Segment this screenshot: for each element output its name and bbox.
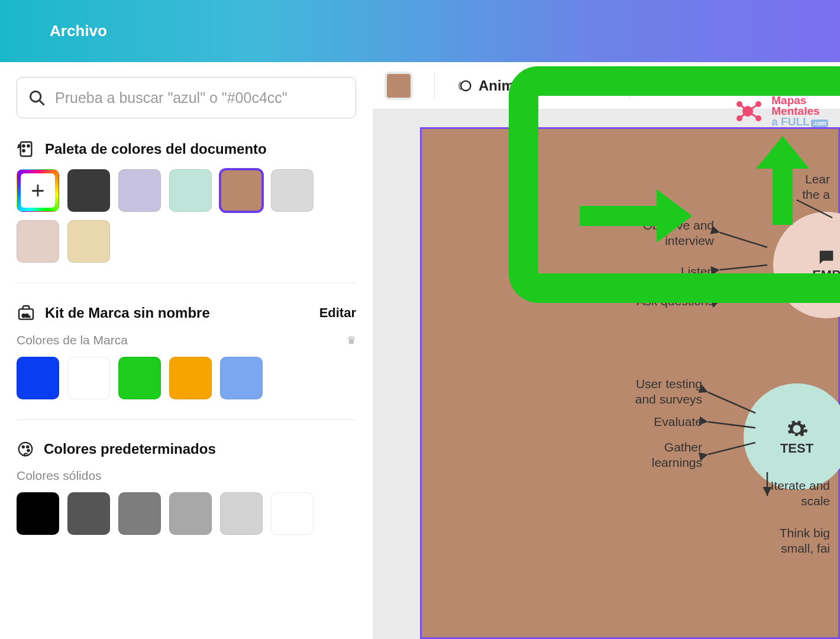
svg-line-28 [720,283,767,301]
connector-lines [702,200,785,330]
svg-point-0 [30,91,41,102]
animate-label: Animar [479,78,528,94]
top-bar: Archivo [0,0,840,62]
svg-line-31 [708,443,755,454]
canvas-area: Animar Posición Mapas Mentales a FULL.co… [373,62,840,639]
color-panel: Paleta de colores del documento + co. Ki… [0,62,373,639]
animate-button[interactable]: Animar [456,78,528,94]
separator [629,73,630,99]
svg-line-30 [708,422,755,428]
brand-kit-icon: co. [17,304,35,322]
svg-text:co.: co. [22,312,30,318]
add-color-button[interactable]: + [17,169,59,212]
edit-brand-button[interactable]: Editar [319,305,356,321]
position-button[interactable]: Posición [549,78,608,94]
svg-line-1 [40,101,44,105]
svg-point-3 [22,145,24,147]
watermark-logo-icon [736,99,767,123]
search-icon [28,89,46,106]
brand-colors-label: Colores de la Marca [17,333,128,347]
chat-icon [816,247,836,267]
svg-rect-14 [658,89,661,92]
section-title: Kit de Marca sin nombre [45,305,210,321]
node-label: EMP [812,267,840,283]
watermark-text: Mapas Mentales a FULL.com [771,95,828,127]
color-swatch[interactable] [169,169,212,212]
search-input[interactable] [55,89,345,106]
divider [17,283,356,283]
default-colors-section: Colores predeterminados Colores sólidos [17,440,356,535]
svg-point-4 [27,145,29,147]
position-label: Posición [549,78,608,94]
menu-file[interactable]: Archivo [50,22,107,40]
separator [434,73,435,99]
svg-point-12 [461,80,470,90]
brand-swatches [17,357,356,399]
color-swatch[interactable] [67,169,110,212]
svg-point-10 [27,446,28,448]
color-swatch[interactable] [118,169,161,212]
mindmap-leaf[interactable]: Think bigsmall, fai [780,525,830,557]
svg-line-33 [797,200,832,218]
paint-roller-icon[interactable] [651,77,669,95]
fill-color-button[interactable] [385,72,413,100]
mindmap-leaf[interactable]: Iterate andscale [771,478,830,509]
color-swatch[interactable] [67,220,110,263]
svg-line-29 [708,392,755,413]
design-element-selected[interactable]: EMP TEST Learthe a Observe andinterview … [420,127,840,639]
color-swatch[interactable] [220,492,263,535]
search-box[interactable] [17,77,356,118]
unlock-icon[interactable] [690,77,708,95]
palette-icon [17,140,35,159]
solid-colors-label: Colores sólidos [17,469,102,483]
color-swatch[interactable] [220,169,263,212]
svg-point-5 [22,150,24,151]
color-swatch[interactable] [118,492,161,535]
divider [17,419,356,420]
section-title: Paleta de colores del documento [45,141,267,157]
color-swatch[interactable] [169,492,212,535]
color-swatch[interactable] [271,492,314,535]
premium-crown-icon: ♛ [347,334,356,347]
color-swatch[interactable] [67,357,110,399]
color-swatch[interactable] [271,169,314,212]
color-swatch[interactable] [17,357,59,399]
palette-wheel-icon [17,440,34,458]
color-swatch[interactable] [169,357,212,399]
connector-lines [684,372,779,519]
color-swatch[interactable] [67,492,110,535]
section-title: Colores predeterminados [44,441,216,457]
solid-swatches [17,492,356,535]
node-label: TEST [780,441,813,456]
document-swatches: + [17,169,356,263]
color-swatch[interactable] [17,492,59,535]
svg-rect-13 [654,79,663,83]
document-palette-section: Paleta de colores del documento + [17,140,356,263]
watermark: Mapas Mentales a FULL.com [736,95,828,127]
svg-rect-2 [21,142,32,156]
main-area: Paleta de colores del documento + co. Ki… [0,62,840,639]
gear-icon [785,417,809,441]
svg-line-27 [720,265,767,270]
brand-kit-section: co. Kit de Marca sin nombre Editar Color… [17,304,356,399]
svg-point-16 [698,88,700,90]
svg-line-26 [720,233,767,247]
svg-point-9 [22,446,24,448]
connector-lines [773,182,838,224]
canvas-stage[interactable]: Mapas Mentales a FULL.com EMP TEST Leart… [373,109,840,639]
color-swatch[interactable] [17,220,59,263]
color-swatch[interactable] [118,357,161,399]
svg-point-11 [27,450,29,451]
color-swatch[interactable] [220,357,263,399]
animate-icon [456,78,473,94]
